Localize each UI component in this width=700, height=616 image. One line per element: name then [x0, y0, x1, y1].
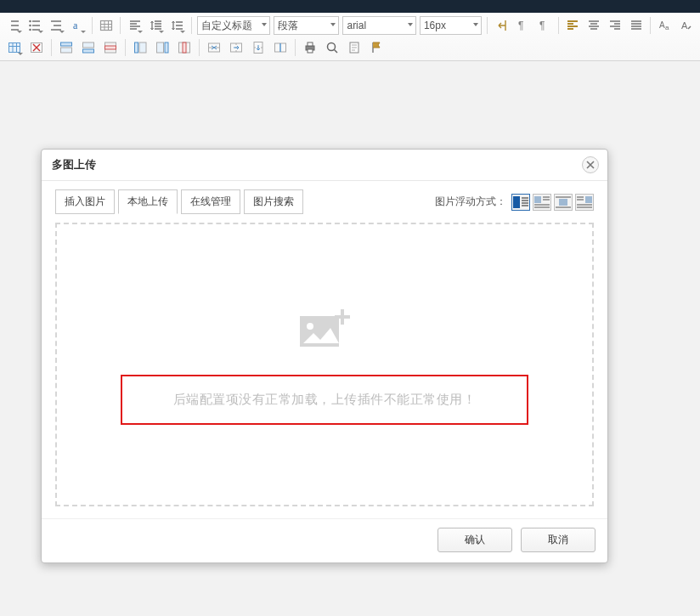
insert-col-before-icon[interactable]	[130, 37, 150, 58]
editor-canvas: 多图上传 插入图片 本地上传 在线管理 图片搜索 图片浮动方式：	[0, 61, 700, 613]
svg-rect-12	[61, 48, 72, 53]
align-justify-icon[interactable]	[626, 15, 646, 36]
paragraph-value: 段落	[278, 19, 298, 33]
table-icon[interactable]	[97, 15, 116, 36]
dialog-close-button[interactable]	[582, 156, 599, 173]
multi-image-upload-dialog: 多图上传 插入图片 本地上传 在线管理 图片搜索 图片浮动方式：	[41, 149, 608, 563]
insert-table-icon[interactable]	[4, 37, 25, 58]
svg-rect-33	[513, 196, 520, 208]
dir-rtl-icon[interactable]	[492, 15, 511, 36]
svg-point-0	[30, 20, 32, 23]
align-right-icon[interactable]	[605, 15, 624, 36]
indent-list-icon[interactable]	[47, 15, 66, 36]
upload-drop-zone[interactable]: 后端配置项没有正常加载，上传插件不能正常使用！	[55, 223, 594, 506]
svg-rect-4	[100, 21, 111, 31]
svg-rect-36	[585, 196, 592, 203]
float-center-option[interactable]	[554, 194, 573, 211]
svg-point-1	[30, 25, 32, 27]
svg-text:¶: ¶	[539, 20, 545, 31]
ordered-list-icon[interactable]	[4, 15, 24, 36]
float-right-option[interactable]	[575, 194, 594, 211]
merge-cells-icon[interactable]	[204, 37, 224, 58]
clear-format-icon[interactable]: Aa	[655, 15, 675, 36]
svg-point-38	[307, 323, 313, 330]
pilcrow-right-icon[interactable]: ¶	[534, 15, 554, 36]
svg-rect-21	[165, 42, 168, 53]
align-left-icon[interactable]	[125, 15, 144, 36]
float-options	[511, 194, 594, 211]
tab-insert-image[interactable]: 插入图片	[55, 189, 115, 214]
insert-col-after-icon[interactable]	[152, 37, 172, 58]
merge-down-icon[interactable]	[248, 37, 268, 58]
svg-rect-10	[9, 43, 20, 53]
svg-rect-34	[534, 196, 541, 203]
paragraph-select[interactable]: 段落	[274, 16, 339, 35]
flag-icon[interactable]	[366, 37, 387, 58]
heading-style-select[interactable]: 自定义标题	[197, 16, 270, 35]
svg-rect-19	[135, 42, 138, 53]
svg-rect-35	[559, 199, 567, 206]
paragraph-spacing-icon[interactable]	[146, 15, 166, 36]
format-copy-icon[interactable]: A	[676, 15, 696, 36]
tab-online-manage[interactable]: 在线管理	[181, 189, 240, 214]
merge-right-icon[interactable]	[226, 37, 246, 58]
insert-row-after-icon[interactable]	[78, 37, 99, 58]
delete-row-icon[interactable]	[100, 37, 121, 58]
svg-text:A: A	[681, 20, 688, 31]
cancel-button[interactable]: 取消	[521, 528, 596, 552]
delete-col-icon[interactable]	[174, 37, 195, 58]
svg-rect-18	[139, 42, 146, 53]
tab-image-search[interactable]: 图片搜索	[244, 189, 303, 214]
svg-rect-13	[61, 42, 72, 46]
svg-point-31	[328, 43, 336, 51]
svg-text:a: a	[73, 20, 78, 31]
float-default-option[interactable]	[511, 194, 530, 211]
tab-local-upload[interactable]: 本地上传	[118, 189, 178, 214]
dialog-title: 多图上传	[52, 157, 96, 172]
svg-rect-30	[308, 49, 313, 53]
unordered-list-icon[interactable]	[25, 15, 45, 36]
preview-icon[interactable]	[322, 37, 342, 58]
font-family-value: arial	[347, 20, 366, 31]
svg-rect-20	[157, 42, 164, 53]
svg-text:A: A	[659, 20, 665, 30]
svg-text:a: a	[665, 24, 669, 31]
ok-button[interactable]: 确认	[438, 528, 512, 552]
svg-rect-14	[83, 42, 94, 48]
svg-point-2	[30, 29, 32, 31]
dialog-tabbar: 插入图片 本地上传 在线管理 图片搜索 图片浮动方式：	[55, 189, 594, 214]
font-style-a-icon[interactable]: a	[68, 15, 88, 36]
pilcrow-left-icon[interactable]: ¶	[513, 15, 533, 36]
float-label: 图片浮动方式：	[435, 195, 511, 209]
image-placeholder-icon	[295, 304, 354, 354]
font-size-value: 16px	[424, 20, 446, 31]
font-family-select[interactable]: arial	[342, 16, 415, 35]
heading-style-value: 自定义标题	[201, 19, 252, 33]
align-center-icon[interactable]	[584, 15, 604, 36]
float-left-option[interactable]	[533, 194, 551, 211]
align-left-active-icon[interactable]	[563, 15, 583, 36]
svg-rect-17	[105, 46, 116, 49]
split-cells-icon[interactable]	[270, 37, 291, 58]
insert-row-before-icon[interactable]	[56, 37, 76, 58]
font-size-select[interactable]: 16px	[420, 16, 482, 35]
svg-rect-29	[308, 42, 313, 46]
delete-table-icon[interactable]	[26, 37, 47, 58]
editor-toolbar: a 自定义标题 段落 arial 16px ¶ ¶ Aa A	[0, 13, 700, 61]
svg-rect-23	[183, 42, 186, 53]
upload-error-message: 后端配置项没有正常加载，上传插件不能正常使用！	[121, 375, 529, 425]
svg-text:¶: ¶	[518, 20, 523, 31]
print-icon[interactable]	[300, 37, 320, 58]
svg-rect-15	[83, 49, 94, 53]
line-spacing-icon[interactable]	[167, 15, 187, 36]
close-icon	[586, 161, 595, 169]
document-icon[interactable]	[344, 37, 364, 58]
